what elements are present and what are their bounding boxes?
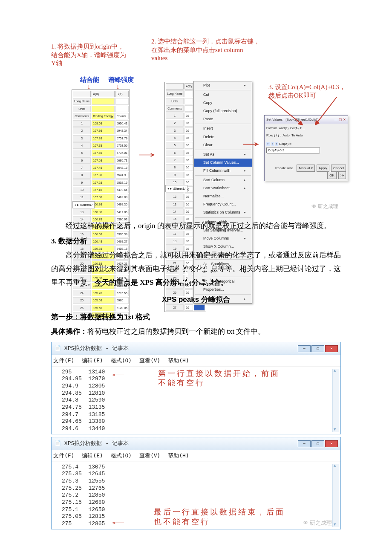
annotation-first-line: 第一行直接以数据开始，前面不能有空行: [158, 369, 280, 388]
notepad-title-2: XPS拟分析数据 - 记事本: [64, 440, 129, 446]
menu-set-column-values[interactable]: Set Column Values...: [194, 159, 252, 167]
menu-normalize[interactable]: Normalize...: [194, 192, 252, 200]
annotation-step1: 1. 将数据拷贝到origin中，结合能为X轴，谱峰强度为Y轴: [51, 43, 145, 68]
menu-view[interactable]: 查看(V): [139, 452, 160, 459]
recalc-mode[interactable]: Manual ▾: [297, 165, 314, 172]
notepad-title-1: XPS拟分析数据 - 记事本: [64, 345, 129, 351]
recalc-label: Recalculate: [274, 165, 295, 171]
ok-button[interactable]: OK: [327, 172, 337, 179]
menu-paste[interactable]: Paste: [194, 115, 252, 123]
annotation-last-line: 最后一行直接以数据结束，后面也不能有空行: [154, 507, 285, 526]
menu-edit[interactable]: 编辑(E): [82, 357, 103, 364]
menu-cut[interactable]: Cut: [194, 91, 252, 99]
step1-heading: 第一步：将数据转换为 txt 格式: [51, 310, 341, 324]
formula-label: Col(A) =: [279, 142, 291, 146]
formula-input[interactable]: [266, 147, 320, 153]
paragraph-after-fig: 经过这样的操作之后，origin 的表中所显示的就是校正过之后的结合能与谱峰强度…: [51, 219, 341, 233]
close-button[interactable]: ✕: [325, 440, 338, 447]
min-button[interactable]: —: [298, 440, 311, 447]
max-button[interactable]: ▢: [311, 345, 324, 352]
arrow-left-2: ←: [112, 517, 124, 529]
close-button[interactable]: ✕: [325, 345, 338, 352]
sheet-tab-1[interactable]: ◂ ▸ \Sheet1/: [72, 201, 95, 208]
notepad-menubar-1[interactable]: 文件(F) 编辑(E) 格式(O) 查看(V) 帮助(H): [52, 355, 340, 367]
arrow-diagonal-group: [256, 80, 349, 127]
notepad-content-2[interactable]: 275.4 13075275.35 12645275.3 12555275.25…: [52, 462, 340, 529]
arrow-right-1: →: [134, 141, 160, 168]
menu-copy[interactable]: Copy: [194, 99, 252, 107]
notepad-window-bottom: 📄 XPS拟分析数据 - 记事本 — ▢ ✕ 文件(F) 编辑(E) 格式(O)…: [51, 437, 341, 529]
heading-xps-peaks: XPS peaks 分峰拟合: [51, 293, 341, 306]
menu-help[interactable]: 帮助(H): [168, 452, 189, 459]
notepad-window-top: 📄 XPS拟分析数据 - 记事本 — ▢ ✕ 文件(F) 编辑(E) 格式(O)…: [51, 342, 341, 434]
menu-stats[interactable]: Statistics on Columns: [194, 208, 252, 217]
paragraph-sec3: 高分辨谱经过分峰拟合之后，就可以用来确定元素的化学态了，或者通过反应前后样品的高…: [51, 249, 341, 290]
menu-file[interactable]: 文件(F): [53, 357, 74, 364]
section-3-heading: 3. 数据分析: [51, 234, 341, 248]
notepad-content-1[interactable]: 295 13140294.95 12970294.9 12805294.85 1…: [52, 367, 340, 434]
min-button[interactable]: —: [298, 345, 311, 352]
apply-button[interactable]: Apply: [317, 165, 329, 172]
menu-file[interactable]: 文件(F): [53, 452, 74, 459]
scrollbar-2[interactable]: [332, 464, 339, 528]
step1-body: 具体操作：将荷电校正过之后的数据拷贝到一个新建的 txt 文件中。: [51, 325, 341, 338]
arrow-left-1: ←: [112, 370, 124, 381]
menu-help[interactable]: 帮助(H): [168, 357, 189, 364]
watermark-top: 👁 研之成理: [311, 202, 338, 211]
watermark-bottom: 👁 研之成理: [303, 520, 332, 527]
figure-origin-steps: 1. 将数据拷贝到origin中，结合能为X轴，谱峰强度为Y轴 2. 选中结合能…: [51, 43, 341, 213]
menu-edit[interactable]: 编辑(E): [82, 452, 103, 459]
menu-format[interactable]: 格式(O): [111, 452, 132, 459]
menu-sort-col[interactable]: Sort Column: [194, 176, 252, 184]
scrollbar-1[interactable]: [332, 369, 339, 433]
menu-view[interactable]: 查看(V): [139, 357, 160, 364]
sheet-tab-2[interactable]: ◂ ▸ \Sheet1/: [165, 185, 187, 192]
arrow-right-2: →: [238, 130, 264, 158]
notepad-icon: 📄: [54, 440, 61, 446]
svg-line-0: [268, 97, 303, 125]
menu-sort-ws[interactable]: Sort Worksheet: [194, 184, 252, 192]
notepad-menubar-2[interactable]: 文件(F) 编辑(E) 格式(O) 查看(V) 帮助(H): [52, 450, 340, 462]
menu-freq[interactable]: Frequency Count...: [194, 200, 252, 208]
menu-plot[interactable]: Plot: [194, 81, 252, 90]
notepad-icon: 📄: [54, 345, 61, 351]
svg-line-1: [315, 97, 337, 125]
annotation-step2: 2. 选中结合能这一列，点击鼠标右键，在弹出来的菜单中点击set columnv…: [151, 38, 279, 63]
max-button[interactable]: ▢: [311, 440, 324, 447]
menu-fill[interactable]: Fill Column with: [194, 167, 252, 175]
menu-format[interactable]: 格式(O): [111, 357, 132, 364]
menu-copy-full[interactable]: Copy (full precision): [194, 107, 252, 115]
cancel-button[interactable]: Cancel: [331, 165, 346, 172]
expand-button[interactable]: ≫: [338, 172, 346, 179]
label-peak-intensity-cn: 谱峰强度: [108, 76, 134, 84]
